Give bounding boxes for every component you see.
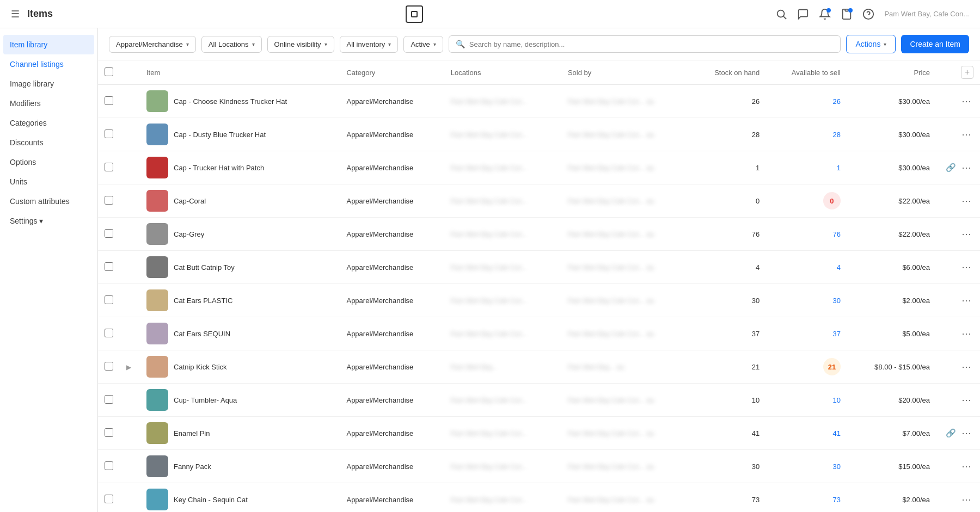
table-row: Cap-Coral Apparel/MerchandisePam Wert Ba… bbox=[98, 184, 980, 218]
row-checkbox[interactable] bbox=[105, 96, 113, 105]
add-column-button[interactable]: + bbox=[961, 66, 973, 79]
create-item-button[interactable]: Create an Item bbox=[901, 35, 969, 53]
more-options-button[interactable]: ⋯ bbox=[959, 459, 973, 473]
sidebar-item-custom-attributes[interactable]: Custom attributes bbox=[0, 192, 97, 211]
item-name[interactable]: Catnip Kick Stick bbox=[174, 363, 227, 371]
available-count[interactable]: 41 bbox=[832, 429, 840, 437]
more-options-button[interactable]: ⋯ bbox=[959, 260, 973, 274]
filter-category-button[interactable]: Apparel/Merchandise ▾ bbox=[109, 36, 196, 53]
filter-visibility-button[interactable]: Online visibility ▾ bbox=[267, 36, 334, 53]
row-checkbox[interactable] bbox=[105, 295, 113, 304]
actions-button[interactable]: Actions ▾ bbox=[846, 35, 896, 53]
message-icon[interactable] bbox=[797, 8, 809, 20]
item-available[interactable]: 76 bbox=[766, 218, 847, 251]
item-available[interactable]: 0 bbox=[766, 184, 847, 218]
item-name[interactable]: Cap - Choose Kindness Trucker Hat bbox=[174, 97, 287, 106]
item-available[interactable]: 21 bbox=[766, 350, 847, 384]
item-name[interactable]: Cap-Grey bbox=[174, 230, 204, 238]
sidebar-item-item-library[interactable]: Item library bbox=[3, 35, 94, 54]
item-name[interactable]: Fanny Pack bbox=[174, 462, 211, 471]
available-count[interactable]: 1 bbox=[837, 164, 841, 172]
item-available[interactable]: 41 bbox=[766, 417, 847, 450]
chevron-down-icon: ▾ bbox=[252, 41, 255, 47]
sidebar-item-settings[interactable]: Settings ▾ bbox=[0, 211, 97, 231]
search-input[interactable] bbox=[469, 40, 834, 48]
row-checkbox[interactable] bbox=[105, 262, 113, 271]
locations-text: Pam Wert Bay Cafe Con... bbox=[451, 430, 528, 437]
item-available[interactable]: 1 bbox=[766, 151, 847, 184]
more-options-button[interactable]: ⋯ bbox=[959, 360, 973, 374]
item-available[interactable]: 37 bbox=[766, 317, 847, 350]
item-name[interactable]: Key Chain - Sequin Cat bbox=[174, 496, 248, 504]
filter-status-button[interactable]: Active ▾ bbox=[403, 36, 443, 53]
row-checkbox[interactable] bbox=[105, 129, 113, 138]
hamburger-icon[interactable]: ☰ bbox=[11, 8, 20, 20]
item-name[interactable]: Enamel Pin bbox=[174, 429, 210, 437]
item-category: Apparel/Merchandise bbox=[340, 350, 444, 384]
more-options-button[interactable]: ⋯ bbox=[959, 426, 973, 440]
more-options-button[interactable]: ⋯ bbox=[959, 227, 973, 241]
available-count[interactable]: 37 bbox=[832, 330, 840, 338]
item-available[interactable]: 30 bbox=[766, 284, 847, 317]
expand-icon[interactable]: ▶ bbox=[126, 363, 131, 371]
search-icon[interactable] bbox=[775, 8, 787, 20]
select-all-checkbox[interactable] bbox=[105, 67, 113, 76]
row-checkbox[interactable] bbox=[105, 229, 113, 238]
more-options-button[interactable]: ⋯ bbox=[959, 127, 973, 141]
row-checkbox[interactable] bbox=[105, 196, 113, 205]
available-count[interactable]: 76 bbox=[832, 230, 840, 238]
more-options-button[interactable]: ⋯ bbox=[959, 94, 973, 108]
bell-icon[interactable] bbox=[819, 8, 831, 20]
sidebar-item-modifiers[interactable]: Modifiers bbox=[0, 94, 97, 113]
more-options-button[interactable]: ⋯ bbox=[959, 293, 973, 307]
item-row-actions: ⋯ bbox=[936, 251, 980, 284]
row-checkbox[interactable] bbox=[105, 428, 113, 437]
item-name[interactable]: Cap - Dusty Blue Trucker Hat bbox=[174, 131, 266, 139]
more-options-button[interactable]: ⋯ bbox=[959, 161, 973, 175]
available-count[interactable]: 30 bbox=[832, 462, 840, 471]
row-checkbox[interactable] bbox=[105, 362, 113, 371]
item-available[interactable]: 73 bbox=[766, 483, 847, 513]
link-icon[interactable]: 🔗 bbox=[946, 163, 956, 172]
available-count[interactable]: 26 bbox=[832, 97, 840, 106]
available-count[interactable]: 73 bbox=[832, 496, 840, 504]
row-checkbox[interactable] bbox=[105, 461, 113, 470]
item-available[interactable]: 4 bbox=[766, 251, 847, 284]
filter-locations-button[interactable]: All Locations ▾ bbox=[201, 36, 262, 53]
row-checkbox[interactable] bbox=[105, 495, 113, 503]
available-count[interactable]: 4 bbox=[837, 263, 841, 272]
sidebar-item-categories[interactable]: Categories bbox=[0, 113, 97, 133]
filter-inventory-button[interactable]: All inventory ▾ bbox=[340, 36, 399, 53]
sidebar-item-image-library[interactable]: Image library bbox=[0, 74, 97, 94]
more-options-button[interactable]: ⋯ bbox=[959, 326, 973, 341]
more-options-button[interactable]: ⋯ bbox=[959, 393, 973, 407]
link-icon[interactable]: 🔗 bbox=[946, 428, 956, 438]
item-name[interactable]: Cat Ears PLASTIC bbox=[174, 297, 232, 305]
sidebar-item-channel-listings[interactable]: Channel listings bbox=[0, 54, 97, 74]
available-badge-red[interactable]: 0 bbox=[823, 192, 841, 209]
item-available[interactable]: 26 bbox=[766, 85, 847, 118]
sidebar-item-discounts[interactable]: Discounts bbox=[0, 133, 97, 152]
sidebar-item-units[interactable]: Units bbox=[0, 172, 97, 192]
item-name[interactable]: Cup- Tumbler- Aqua bbox=[174, 396, 237, 404]
row-checkbox[interactable] bbox=[105, 395, 113, 404]
help-icon[interactable] bbox=[862, 8, 874, 20]
available-count[interactable]: 10 bbox=[832, 396, 840, 404]
item-name[interactable]: Cat Butt Catnip Toy bbox=[174, 263, 235, 272]
item-available[interactable]: 30 bbox=[766, 450, 847, 483]
clipboard-icon[interactable] bbox=[841, 8, 853, 20]
available-count[interactable]: 30 bbox=[832, 297, 840, 305]
item-name[interactable]: Cap-Coral bbox=[174, 197, 206, 205]
row-checkbox[interactable] bbox=[105, 163, 113, 171]
available-count[interactable]: 28 bbox=[832, 131, 840, 139]
more-options-button[interactable]: ⋯ bbox=[959, 194, 973, 208]
item-name[interactable]: Cap - Trucker Hat with Patch bbox=[174, 164, 264, 172]
sidebar-item-options[interactable]: Options bbox=[0, 152, 97, 172]
available-badge-orange[interactable]: 21 bbox=[823, 358, 841, 375]
item-category: Apparel/Merchandise bbox=[340, 284, 444, 317]
item-name[interactable]: Cat Ears SEQUIN bbox=[174, 330, 230, 338]
item-available[interactable]: 10 bbox=[766, 384, 847, 417]
more-options-button[interactable]: ⋯ bbox=[959, 492, 973, 507]
item-available[interactable]: 28 bbox=[766, 118, 847, 151]
row-checkbox[interactable] bbox=[105, 329, 113, 337]
